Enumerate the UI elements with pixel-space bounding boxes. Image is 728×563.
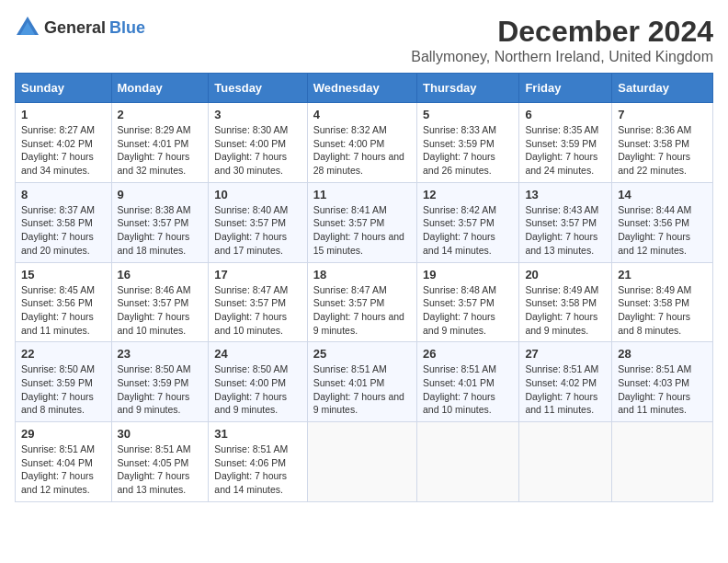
- daylight: Daylight: 7 hours and 32 minutes.: [118, 151, 190, 176]
- sunrise: Sunrise: 8:51 AM: [423, 363, 496, 374]
- sunrise: Sunrise: 8:45 AM: [21, 284, 95, 295]
- day-info: Sunrise: 8:50 AM Sunset: 4:00 PM Dayligh…: [214, 362, 301, 417]
- day-number: 27: [525, 347, 606, 361]
- calendar-cell: 18 Sunrise: 8:47 AM Sunset: 3:57 PM Dayl…: [307, 262, 416, 342]
- sunrise: Sunrise: 8:35 AM: [525, 124, 598, 135]
- day-number: 31: [214, 427, 301, 441]
- day-number: 29: [21, 427, 106, 441]
- weekday-saturday: Saturday: [612, 74, 713, 103]
- day-info: Sunrise: 8:33 AM Sunset: 3:59 PM Dayligh…: [423, 123, 513, 178]
- calendar-cell: 16 Sunrise: 8:46 AM Sunset: 3:57 PM Dayl…: [111, 262, 209, 342]
- sunrise: Sunrise: 8:29 AM: [118, 124, 191, 135]
- day-number: 30: [118, 427, 203, 441]
- calendar-cell: 26 Sunrise: 8:51 AM Sunset: 4:01 PM Dayl…: [417, 342, 519, 422]
- sunrise: Sunrise: 8:50 AM: [214, 363, 288, 374]
- day-info: Sunrise: 8:43 AM Sunset: 3:57 PM Dayligh…: [525, 203, 606, 258]
- sunset: Sunset: 3:57 PM: [423, 297, 495, 308]
- day-number: 10: [214, 188, 301, 201]
- daylight: Daylight: 7 hours and 12 minutes.: [618, 231, 690, 256]
- daylight: Daylight: 7 hours and 34 minutes.: [21, 151, 94, 176]
- calendar-cell: 15 Sunrise: 8:45 AM Sunset: 3:56 PM Dayl…: [16, 262, 112, 342]
- day-info: Sunrise: 8:27 AM Sunset: 4:02 PM Dayligh…: [21, 123, 106, 178]
- day-number: 3: [214, 108, 301, 121]
- daylight: Daylight: 7 hours and 18 minutes.: [118, 231, 190, 256]
- day-info: Sunrise: 8:47 AM Sunset: 3:57 PM Dayligh…: [313, 283, 411, 338]
- daylight: Daylight: 7 hours and 11 minutes.: [525, 391, 597, 416]
- day-info: Sunrise: 8:37 AM Sunset: 3:58 PM Dayligh…: [21, 203, 106, 258]
- calendar-cell: 28 Sunrise: 8:51 AM Sunset: 4:03 PM Dayl…: [612, 342, 713, 422]
- sunset: Sunset: 3:59 PM: [118, 377, 189, 388]
- day-info: Sunrise: 8:51 AM Sunset: 4:03 PM Dayligh…: [618, 362, 707, 417]
- day-number: 23: [118, 347, 203, 361]
- daylight: Daylight: 7 hours and 10 minutes.: [423, 391, 495, 416]
- sunrise: Sunrise: 8:51 AM: [118, 443, 191, 454]
- day-info: Sunrise: 8:47 AM Sunset: 3:57 PM Dayligh…: [214, 283, 301, 338]
- calendar-cell: 14 Sunrise: 8:44 AM Sunset: 3:56 PM Dayl…: [612, 182, 713, 262]
- day-number: 2: [118, 108, 203, 121]
- day-info: Sunrise: 8:50 AM Sunset: 3:59 PM Dayligh…: [21, 362, 106, 417]
- sunset: Sunset: 3:59 PM: [21, 377, 93, 388]
- sunrise: Sunrise: 8:50 AM: [21, 363, 95, 374]
- sunset: Sunset: 3:57 PM: [313, 217, 385, 228]
- sunset: Sunset: 3:57 PM: [118, 217, 189, 228]
- sunset: Sunset: 4:00 PM: [214, 377, 286, 388]
- day-info: Sunrise: 8:49 AM Sunset: 3:58 PM Dayligh…: [525, 283, 606, 338]
- daylight: Daylight: 7 hours and 30 minutes.: [214, 151, 287, 176]
- sunrise: Sunrise: 8:48 AM: [423, 284, 496, 295]
- sunset: Sunset: 4:01 PM: [423, 377, 495, 388]
- sunset: Sunset: 3:59 PM: [525, 138, 597, 149]
- calendar-cell: 12 Sunrise: 8:42 AM Sunset: 3:57 PM Dayl…: [417, 182, 519, 262]
- daylight: Daylight: 7 hours and 14 minutes.: [423, 231, 495, 256]
- day-number: 9: [118, 188, 203, 201]
- calendar-week-4: 22 Sunrise: 8:50 AM Sunset: 3:59 PM Dayl…: [16, 342, 713, 422]
- sunrise: Sunrise: 8:49 AM: [618, 284, 691, 295]
- sunset: Sunset: 3:57 PM: [313, 297, 385, 308]
- day-number: 24: [214, 347, 301, 361]
- calendar-body: 1 Sunrise: 8:27 AM Sunset: 4:02 PM Dayli…: [16, 103, 713, 502]
- weekday-thursday: Thursday: [417, 74, 519, 103]
- day-info: Sunrise: 8:51 AM Sunset: 4:01 PM Dayligh…: [313, 362, 411, 417]
- sunrise: Sunrise: 8:27 AM: [21, 124, 95, 135]
- daylight: Daylight: 7 hours and 8 minutes.: [618, 311, 690, 336]
- daylight: Daylight: 7 hours and 11 minutes.: [618, 391, 690, 416]
- calendar-cell: 20 Sunrise: 8:49 AM Sunset: 3:58 PM Dayl…: [519, 262, 612, 342]
- day-number: 19: [423, 268, 513, 282]
- calendar-cell: 17 Sunrise: 8:47 AM Sunset: 3:57 PM Dayl…: [209, 262, 307, 342]
- day-number: 7: [618, 108, 707, 121]
- daylight: Daylight: 7 hours and 9 minutes.: [525, 311, 597, 336]
- calendar-cell: 3 Sunrise: 8:30 AM Sunset: 4:00 PM Dayli…: [209, 103, 307, 183]
- sunrise: Sunrise: 8:40 AM: [214, 204, 288, 215]
- sunset: Sunset: 3:57 PM: [214, 217, 286, 228]
- daylight: Daylight: 7 hours and 12 minutes.: [21, 470, 94, 495]
- calendar-cell: 4 Sunrise: 8:32 AM Sunset: 4:00 PM Dayli…: [307, 103, 416, 183]
- calendar-header: Sunday Monday Tuesday Wednesday Thursday…: [16, 74, 713, 103]
- daylight: Daylight: 7 hours and 10 minutes.: [118, 311, 190, 336]
- day-number: 17: [214, 268, 301, 282]
- sunset: Sunset: 4:00 PM: [313, 138, 385, 149]
- sunrise: Sunrise: 8:46 AM: [118, 284, 191, 295]
- day-info: Sunrise: 8:29 AM Sunset: 4:01 PM Dayligh…: [118, 123, 203, 178]
- daylight: Daylight: 7 hours and 24 minutes.: [525, 151, 597, 176]
- sunset: Sunset: 4:02 PM: [525, 377, 597, 388]
- logo-general: General: [44, 18, 106, 38]
- daylight: Daylight: 7 hours and 10 minutes.: [214, 311, 287, 336]
- calendar-cell: 30 Sunrise: 8:51 AM Sunset: 4:05 PM Dayl…: [111, 422, 209, 502]
- calendar-cell: 7 Sunrise: 8:36 AM Sunset: 3:58 PM Dayli…: [612, 103, 713, 183]
- calendar-cell: 13 Sunrise: 8:43 AM Sunset: 3:57 PM Dayl…: [519, 182, 612, 262]
- sunrise: Sunrise: 8:44 AM: [618, 204, 691, 215]
- weekday-tuesday: Tuesday: [209, 74, 307, 103]
- sunrise: Sunrise: 8:51 AM: [21, 443, 95, 454]
- day-number: 15: [21, 268, 106, 282]
- logo-icon: [15, 15, 40, 40]
- day-info: Sunrise: 8:44 AM Sunset: 3:56 PM Dayligh…: [618, 203, 707, 258]
- weekday-friday: Friday: [519, 74, 612, 103]
- calendar-cell: 10 Sunrise: 8:40 AM Sunset: 3:57 PM Dayl…: [209, 182, 307, 262]
- calendar-cell: 31 Sunrise: 8:51 AM Sunset: 4:06 PM Dayl…: [209, 422, 307, 502]
- calendar-cell: 19 Sunrise: 8:48 AM Sunset: 3:57 PM Dayl…: [417, 262, 519, 342]
- calendar-cell: 9 Sunrise: 8:38 AM Sunset: 3:57 PM Dayli…: [111, 182, 209, 262]
- day-number: 11: [313, 188, 411, 201]
- sunrise: Sunrise: 8:47 AM: [313, 284, 387, 295]
- day-number: 8: [21, 188, 106, 201]
- sunrise: Sunrise: 8:30 AM: [214, 124, 288, 135]
- sunset: Sunset: 4:04 PM: [21, 457, 93, 468]
